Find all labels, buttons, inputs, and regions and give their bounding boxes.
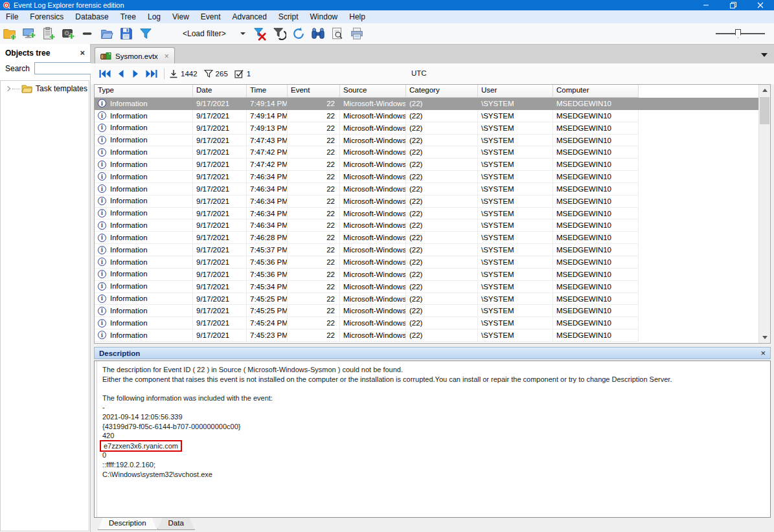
scroll-down-button[interactable]: [759, 332, 771, 343]
event-row[interactable]: iInformation9/17/20217:45:25 PM22Microso…: [95, 293, 759, 305]
cell-event: 22: [288, 317, 340, 329]
find-icon[interactable]: [310, 25, 326, 42]
menu-help[interactable]: Help: [343, 10, 371, 23]
cell-time: 7:45:23 PM: [247, 329, 288, 342]
information-icon: i: [98, 246, 106, 254]
open-folder-icon[interactable]: [98, 25, 115, 42]
event-row[interactable]: iInformation9/17/20217:47:42 PM22Microso…: [95, 146, 759, 159]
cell-time: 7:45:24 PM: [247, 317, 288, 329]
event-row[interactable]: iInformation9/17/20217:46:34 PM22Microso…: [95, 171, 759, 183]
next-record-button[interactable]: [128, 68, 144, 80]
event-row[interactable]: iInformation9/17/20217:47:43 PM22Microso…: [95, 135, 759, 147]
title-bar: Event Log Explorer forensic edition: [0, 0, 774, 10]
scroll-up-button[interactable]: [759, 85, 771, 96]
event-row[interactable]: iInformation9/17/20217:45:36 PM22Microso…: [95, 256, 759, 269]
event-row[interactable]: iInformation9/17/20217:46:34 PM22Microso…: [95, 208, 759, 220]
close-button[interactable]: [747, 0, 774, 10]
information-icon: i: [98, 197, 106, 205]
column-header-type[interactable]: Type: [95, 85, 193, 98]
event-row[interactable]: iInformation9/17/20217:45:36 PM22Microso…: [95, 269, 759, 281]
menu-tree[interactable]: Tree: [115, 10, 142, 23]
description-line: [102, 384, 765, 393]
event-row[interactable]: iInformation9/17/20217:45:24 PM22Microso…: [95, 317, 759, 329]
tab-sysmon-evtx[interactable]: Sysmon.evtx ×: [95, 47, 175, 64]
event-row[interactable]: iInformation9/17/20217:49:14 PM22Microso…: [95, 98, 759, 110]
filter-icon[interactable]: [137, 25, 154, 42]
load-filter-combo[interactable]: <Load filter>: [175, 27, 247, 41]
column-header-user[interactable]: User: [478, 85, 553, 98]
event-row[interactable]: iInformation9/17/20217:47:42 PM22Microso…: [95, 159, 759, 171]
event-row[interactable]: iInformation9/17/20217:46:34 PM22Microso…: [95, 219, 759, 232]
tab-overflow-icon[interactable]: [761, 53, 768, 57]
menu-script[interactable]: Script: [273, 10, 304, 23]
restore-filter-icon[interactable]: [271, 25, 288, 42]
remove-log-icon[interactable]: [79, 25, 96, 42]
last-record-button[interactable]: [144, 68, 159, 80]
menu-file[interactable]: File: [0, 10, 24, 23]
description-panel: The description for Event ID ( 22 ) in S…: [94, 360, 771, 518]
chevron-down-icon: [240, 32, 245, 35]
first-record-button[interactable]: [97, 68, 113, 80]
print-preview-icon[interactable]: [329, 25, 346, 42]
information-icon: i: [98, 331, 106, 339]
print-icon[interactable]: [348, 25, 365, 42]
loaded-records-icon: [169, 69, 178, 78]
event-row[interactable]: iInformation9/17/20217:45:34 PM22Microso…: [95, 281, 759, 293]
column-header-category[interactable]: Category: [406, 85, 478, 98]
objects-tree-close-icon[interactable]: ×: [80, 50, 85, 56]
description-close-icon[interactable]: ×: [760, 350, 766, 357]
cell-source: Microsoft-Windows: [340, 195, 406, 208]
zoom-slider[interactable]: [716, 33, 765, 34]
menu-event[interactable]: Event: [195, 10, 227, 23]
add-snapshot-icon[interactable]: [40, 25, 57, 42]
cell-type-label: Information: [110, 329, 148, 341]
cell-user: \SYSTEM: [478, 159, 553, 171]
information-icon: i: [98, 161, 106, 169]
event-row[interactable]: iInformation9/17/20217:49:13 PM22Microso…: [95, 122, 759, 135]
refresh-icon[interactable]: [290, 25, 307, 42]
menu-log[interactable]: Log: [142, 10, 166, 23]
column-header-computer[interactable]: Computer: [553, 85, 639, 98]
bottom-tab-description[interactable]: Description: [98, 518, 157, 530]
menu-window[interactable]: Window: [304, 10, 344, 23]
event-list-body: iInformation9/17/20217:49:14 PM22Microso…: [95, 98, 759, 343]
scrollbar-thumb[interactable]: [760, 97, 769, 124]
event-row[interactable]: iInformation9/17/20217:46:34 PM22Microso…: [95, 195, 759, 208]
clear-filter-icon[interactable]: [251, 25, 268, 42]
cell-event: 22: [288, 305, 340, 317]
zoom-slider-thumb[interactable]: [735, 29, 741, 38]
minimize-button[interactable]: [692, 0, 720, 10]
menu-forensics[interactable]: Forensics: [24, 10, 69, 23]
menu-database[interactable]: Database: [69, 10, 114, 23]
event-row[interactable]: iInformation9/17/20217:45:23 PM22Microso…: [95, 329, 759, 342]
cell-time: 7:49:13 PM: [247, 122, 288, 135]
column-header-event[interactable]: Event: [288, 85, 340, 98]
description-line: Either the component that raises this ev…: [102, 375, 765, 384]
tree-item-task-templates[interactable]: Task templates: [5, 84, 89, 93]
column-header-source[interactable]: Source: [340, 85, 406, 98]
add-computer-icon[interactable]: [21, 25, 38, 42]
add-disk-image-icon[interactable]: [60, 25, 76, 42]
vertical-scrollbar[interactable]: [758, 85, 770, 343]
record-nav-toolbar: 1442 265 1 UTC: [91, 63, 774, 84]
cell-event: 22: [288, 110, 340, 122]
menu-advanced[interactable]: Advanced: [226, 10, 272, 23]
expand-chevron-icon[interactable]: [5, 86, 10, 91]
restore-button[interactable]: [720, 0, 747, 10]
column-header-time[interactable]: Time: [247, 85, 288, 98]
event-row[interactable]: iInformation9/17/20217:49:14 PM22Microso…: [95, 110, 759, 122]
bottom-tab-data[interactable]: Data: [157, 518, 195, 530]
cell-computer: MSEDGEWIN10: [553, 171, 639, 183]
event-row[interactable]: iInformation9/17/20217:45:37 PM22Microso…: [95, 244, 759, 256]
save-icon[interactable]: [118, 25, 135, 42]
add-log-folder-icon[interactable]: [1, 25, 18, 42]
tab-close-icon[interactable]: ×: [165, 52, 169, 61]
cell-computer: MSEDGEWIN10: [553, 256, 639, 269]
event-row[interactable]: iInformation9/17/20217:46:28 PM22Microso…: [95, 232, 759, 244]
previous-record-button[interactable]: [113, 68, 128, 80]
cell-category: (22): [406, 281, 478, 293]
event-row[interactable]: iInformation9/17/20217:46:34 PM22Microso…: [95, 183, 759, 195]
menu-view[interactable]: View: [166, 10, 195, 23]
event-row[interactable]: iInformation9/17/20217:45:25 PM22Microso…: [95, 305, 759, 317]
column-header-date[interactable]: Date: [193, 85, 247, 98]
